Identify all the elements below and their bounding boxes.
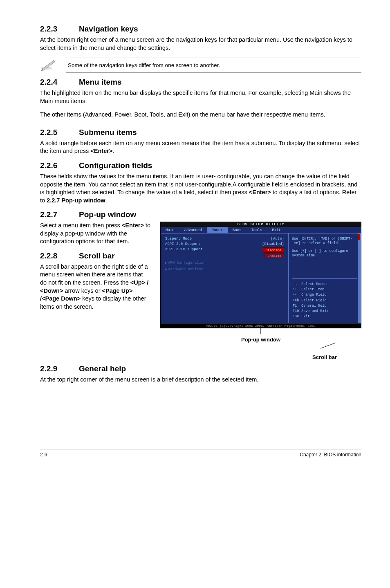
triangle-icon: ▶ (165, 267, 167, 271)
heading-num: 2.2.6 (40, 161, 79, 170)
callout-pointer (160, 343, 361, 349)
text: A solid triangle before each item on any… (40, 140, 360, 155)
bios-popup-option: Disabled (263, 247, 284, 253)
bios-menubar: Main Advanced Power Boot Tools Exit (161, 227, 361, 233)
nav-key: Tab (293, 298, 300, 303)
bios-help-text: Use [ENTER], [TAB] or [SHIFT-TAB] to sel… (292, 237, 357, 246)
bios-item-value: [Disabled] (262, 242, 284, 246)
nav-key: ←→ (293, 282, 300, 287)
heading-num: 2.2.9 (40, 364, 79, 373)
nav-desc: Select Screen (301, 282, 330, 287)
nav-desc: General Help (301, 304, 330, 308)
note-text: Some of the navigation keys differ from … (66, 58, 361, 73)
heading-223: 2.2.3Navigation keys (40, 25, 361, 34)
heading-title: General help (79, 364, 126, 373)
bios-tab-advanced: Advanced (179, 227, 207, 233)
text: . (105, 197, 107, 204)
bios-title: BIOS SETUP UTILITY (161, 222, 361, 227)
bios-screenshot: BIOS SETUP UTILITY Main Advanced Power B… (160, 222, 361, 328)
paragraph: At the bottom right corner of a menu scr… (40, 36, 361, 52)
nav-key: F1 (293, 304, 300, 308)
bios-help-panel: Use [ENTER], [TAB] or [SHIFT-TAB] to sel… (289, 233, 361, 323)
heading-num: 2.2.4 (40, 78, 79, 87)
paragraph: Select a menu item then press <Enter> to… (40, 222, 150, 246)
key-enter: <Enter> (122, 222, 144, 229)
heading-229: 2.2.9General help (40, 364, 361, 373)
paragraph: At the top right corner of the menu scre… (40, 376, 361, 384)
ref-227: 2.2.7 Pop-up window (47, 197, 105, 204)
heading-228: 2.2.8Scroll bar (40, 251, 150, 260)
paragraph: The other items (Advanced, Power, Boot, … (40, 111, 361, 119)
heading-title: Navigation keys (79, 25, 138, 33)
text: arrow keys or (63, 287, 102, 294)
text: Select a menu item then press (40, 222, 122, 229)
pencil-note-icon (40, 58, 57, 73)
heading-title: Submenu items (79, 128, 137, 137)
bios-help-text: Use [+] or [-] to configure system Time. (292, 249, 357, 258)
bios-tab-main: Main (161, 227, 179, 233)
nav-key: ↑↓ (293, 287, 300, 292)
nav-desc: Change Field (301, 293, 330, 297)
triangle-icon: ▶ (165, 261, 167, 265)
bios-scrollbar-thumb (358, 234, 360, 240)
heading-title: Pop-up window (79, 210, 136, 219)
nav-key: +- (293, 293, 300, 297)
heading-title: Menu items (79, 78, 122, 86)
text: . (112, 148, 114, 154)
bios-submenu: ▶APM Configuration (165, 261, 284, 265)
heading-num: 2.2.8 (40, 251, 79, 260)
bios-sub-label: Hardware Monitor (168, 267, 203, 272)
bios-left-panel: Suspend Mode[Auto] ACPI 2.0 Support[Disa… (161, 233, 289, 323)
key-enter: <Enter> (90, 148, 112, 154)
svg-line-6 (321, 343, 336, 348)
bios-nav-keys: ←→Select Screen ↑↓Select Item +-Change F… (292, 281, 331, 319)
bios-scrollbar (358, 233, 361, 323)
bios-tab-tools: Tools (246, 227, 267, 233)
bios-popup-window: Disabled (261, 247, 284, 253)
key-enter: <Enter> (249, 189, 271, 195)
bios-sub-label: APM Configuration (168, 261, 206, 265)
heading-num: 2.2.3 (40, 25, 79, 34)
callout-popup-label: Pop-up window (160, 337, 361, 343)
nav-desc: Select Item (301, 287, 330, 292)
heading-226: 2.2.6Configuration fields (40, 161, 361, 170)
heading-224: 2.2.4Menu items (40, 78, 361, 87)
note-callout: Some of the navigation keys differ from … (40, 58, 361, 73)
heading-227: 2.2.7Pop-up window (40, 210, 361, 219)
bios-copyright: v02.61 (C)Copyright 1985-2008, American … (161, 323, 361, 328)
page-footer: 2-6 Chapter 2: BIOS information (40, 449, 361, 458)
paragraph: A solid triangle before each item on any… (40, 139, 361, 155)
heading-num: 2.2.7 (40, 210, 79, 219)
heading-num: 2.2.5 (40, 128, 79, 137)
bios-item-label: ACPI APIC support (165, 247, 203, 253)
page-number: 2-6 (40, 452, 47, 458)
bios-item-label: ACPI 2.0 Support (165, 242, 200, 246)
bios-item-value: [Auto] (271, 237, 284, 241)
paragraph: The highlighted item on the menu bar dis… (40, 89, 361, 105)
paragraph: These fields show the values for the men… (40, 173, 361, 204)
heading-title: Scroll bar (79, 251, 115, 260)
heading-title: Configuration fields (79, 161, 152, 170)
nav-desc: Save and Exit (301, 309, 330, 314)
bios-item-label: Suspend Mode (165, 237, 192, 241)
chapter-label: Chapter 2: BIOS information (300, 452, 361, 458)
heading-225: 2.2.5Submenu items (40, 128, 361, 137)
bios-tab-exit: Exit (267, 227, 286, 233)
paragraph: A scroll bar appears on the right side o… (40, 263, 150, 311)
callout-pointer (160, 328, 361, 335)
nav-desc: Select Field (301, 298, 330, 303)
bios-submenu: ▶Hardware Monitor (165, 267, 284, 272)
nav-desc: Exit (301, 314, 330, 319)
nav-key: ESC (293, 314, 300, 319)
bios-popup-option: Enabled (264, 253, 284, 258)
bios-tab-boot: Boot (228, 227, 247, 233)
callout-scrollbar-label: Scroll bar (160, 354, 337, 360)
nav-key: F10 (293, 309, 300, 314)
bios-tab-power: Power (207, 227, 228, 233)
